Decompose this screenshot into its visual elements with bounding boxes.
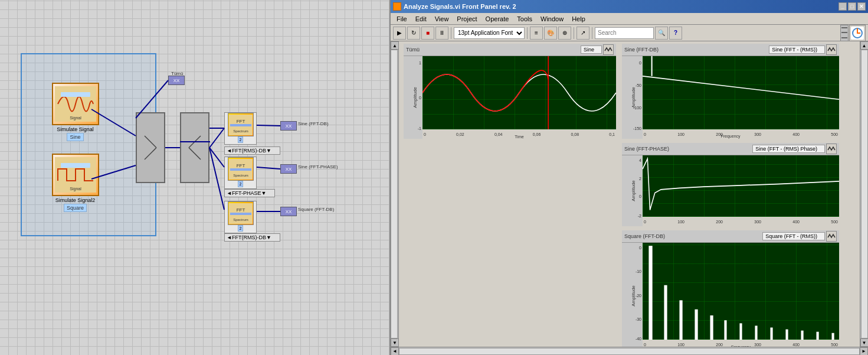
fft-rms-db-dropdown-2[interactable]: ◄FFT(RMS)-DB▼: [224, 233, 280, 242]
svg-line-39: [643, 76, 839, 99]
square-fft-db-label: Square (FFT-DB): [298, 207, 334, 212]
svg-rect-50: [801, 331, 803, 340]
title-bar: Analyze Signals.vi Front Panel rev. 2 _ …: [391, 0, 868, 13]
scroll-track-right[interactable]: [861, 50, 868, 338]
sine-fft-phase-y-label: Amplitude: [631, 180, 636, 201]
run-button[interactable]: ▶: [393, 27, 406, 40]
tumu-y-label: Amplitude: [412, 87, 418, 108]
sine-phase-dropdown[interactable]: Sine (FFT - (RMS) Phase): [752, 145, 825, 153]
toolbar-sep-4: [592, 27, 592, 39]
maximize-button[interactable]: □: [848, 2, 856, 11]
search-button[interactable]: 🔍: [655, 27, 668, 40]
pause-button[interactable]: ⏸: [435, 27, 448, 40]
scrollbar-left: ▲ ▼: [391, 41, 399, 347]
menu-bar: File Edit View Project Operate Tools Win…: [391, 13, 868, 25]
tumu-wire-label: Tümü: [171, 71, 183, 76]
svg-text:Spectrum: Spectrum: [233, 129, 248, 133]
sine-fft-db-chart-inner: [643, 56, 839, 129]
scroll-up-button[interactable]: ▲: [391, 41, 399, 50]
svg-line-26: [209, 128, 224, 148]
svg-rect-48: [770, 328, 772, 340]
svg-rect-42: [679, 300, 682, 340]
search-input[interactable]: [595, 27, 654, 39]
svg-rect-40: [648, 246, 652, 340]
svg-line-9: [189, 148, 201, 159]
labview-icon: [393, 2, 401, 11]
menu-operate[interactable]: Operate: [482, 14, 513, 24]
svg-text:FFT: FFT: [236, 163, 245, 168]
svg-text:Signal: Signal: [70, 187, 81, 191]
sine-fft-db-indicator: XX: [280, 121, 297, 131]
square-fft-db-btn[interactable]: [826, 231, 837, 242]
sim2-sublabel: Square: [64, 204, 87, 212]
menu-file[interactable]: File: [393, 14, 411, 24]
svg-rect-49: [785, 330, 788, 340]
sine-fft-phase-indicator: XX: [280, 164, 297, 174]
toolbar: ▶ ↻ ■ ⏸ 13pt Application Font ≡ 🎨 ⊕ ↗ 🔍 …: [391, 25, 868, 41]
menu-edit[interactable]: Edit: [412, 14, 430, 24]
svg-rect-1: [61, 92, 90, 97]
labview-logo-btn[interactable]: [849, 25, 866, 41]
scroll-track-bottom[interactable]: [399, 348, 860, 355]
scroll-right-up[interactable]: ▲: [860, 41, 869, 50]
scroll-track-left[interactable]: [391, 50, 398, 338]
sim2-label: Simulate Signal2: [55, 197, 96, 203]
sine-dropdown[interactable]: Sine: [581, 45, 602, 54]
scroll-right-down[interactable]: ▼: [860, 338, 869, 347]
menu-tools[interactable]: Tools: [513, 14, 536, 24]
diagram-canvas[interactable]: Signal Simulate Signal Sine Signal Simul…: [0, 0, 389, 355]
menu-window[interactable]: Window: [537, 14, 567, 24]
merge-block: [136, 112, 165, 183]
sine-fft-rms-dropdown[interactable]: Sine (FFT - (RMS)): [769, 45, 825, 54]
menu-help[interactable]: Help: [568, 14, 589, 24]
square-fft-db-title: Square (FFT-DB): [624, 233, 665, 239]
fft-block-2[interactable]: FFT Spectrum 2: [224, 157, 257, 189]
simulate-signal-1-block[interactable]: Signal: [52, 83, 99, 125]
front-panel-window: Analyze Signals.vi Front Panel rev. 2 _ …: [389, 0, 868, 355]
sine-fft-db-btn[interactable]: [826, 44, 837, 55]
square-rms-dropdown[interactable]: Square (FFT - (RMS)): [762, 232, 825, 240]
simulate-signal-2-block[interactable]: Signal: [52, 154, 99, 196]
toolbar-sep-2: [527, 27, 528, 39]
tumu-chart-btn[interactable]: [603, 44, 614, 55]
sine-fft-db-label: Sine (FFT-DB): [298, 121, 329, 126]
split-block: [180, 112, 209, 183]
font-selector[interactable]: 13pt Application Font: [454, 27, 525, 39]
sine-fft-phase-title: Sine (FFT-PHASE): [624, 146, 669, 152]
svg-text:Spectrum: Spectrum: [233, 218, 248, 222]
square-fft-db-chart-container: Square (FFT-DB) Square (FFT - (RMS)) Amp…: [622, 230, 839, 347]
sine-fft-db-x-label: Frequency: [720, 134, 740, 138]
svg-line-6: [145, 136, 156, 148]
title-bar-title: Analyze Signals.vi Front Panel rev. 2: [393, 2, 516, 11]
fft-rms-db-dropdown-1[interactable]: ◄FFT(RMS)-DB▼: [224, 146, 280, 155]
text-align-button[interactable]: ≡: [530, 27, 543, 40]
tumu-chart-title-bar: Tümü Sine: [404, 44, 616, 56]
toolbar-sep-3: [574, 27, 574, 39]
abort-button[interactable]: ■: [421, 27, 434, 40]
menu-view[interactable]: View: [431, 14, 453, 24]
tumu-x-label: Time: [515, 135, 523, 139]
close-button[interactable]: ✕: [857, 2, 866, 11]
svg-rect-12: [230, 124, 251, 126]
menu-project[interactable]: Project: [453, 14, 480, 24]
fft-block-3[interactable]: FFT Spectrum 2: [224, 201, 257, 233]
scroll-right-button[interactable]: ►: [860, 347, 868, 356]
color-button[interactable]: 🎨: [544, 27, 557, 40]
minimize-button[interactable]: _: [838, 2, 847, 11]
svg-line-29: [257, 125, 280, 126]
run-continuous-button[interactable]: ↻: [407, 27, 420, 40]
scroll-left-button[interactable]: ◄: [391, 347, 399, 356]
sine-fft-db-title-bar: Sine (FFT-DB) Sine (FFT - (RMS)): [622, 44, 839, 56]
fft-block-1[interactable]: FFT Spectrum 2: [224, 112, 257, 145]
arrow-button[interactable]: ↗: [577, 27, 589, 40]
svg-rect-46: [739, 323, 742, 340]
fft-phase-dropdown[interactable]: ◄FFT-PHASE▼: [224, 189, 275, 197]
tumu-chart-container: Tümü Sine Amplitude 1 0: [404, 44, 616, 138]
sine-fft-phase-btn[interactable]: [826, 144, 837, 154]
svg-text:FFT: FFT: [236, 207, 245, 213]
zoom-button[interactable]: ⊕: [558, 27, 571, 40]
svg-line-27: [209, 148, 224, 167]
scroll-down-button[interactable]: ▼: [391, 338, 399, 347]
sine-fft-db-chart-container: Sine (FFT-DB) Sine (FFT - (RMS)) Amplitu…: [622, 44, 839, 138]
help-button[interactable]: ?: [669, 27, 682, 40]
